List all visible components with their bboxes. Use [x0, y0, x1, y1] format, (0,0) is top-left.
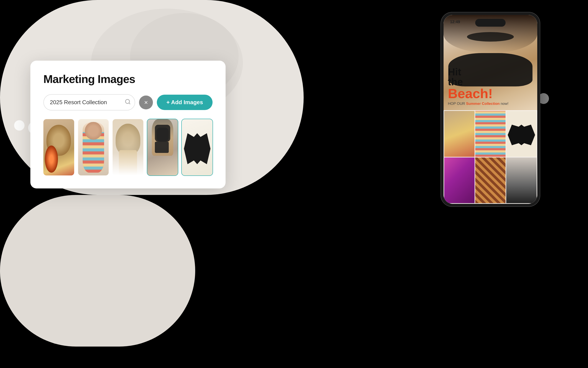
phone-the-text: the [448, 77, 508, 87]
phone-grid-item-purse [444, 157, 474, 203]
clear-icon: × [144, 99, 148, 106]
cloud-shape-medium [0, 195, 195, 347]
phone-hero-section: Hit the Beach! HOP OUR Summer Collection… [443, 15, 537, 110]
phone-grid-item-sandals [506, 157, 537, 203]
clear-search-button[interactable]: × [139, 95, 153, 109]
search-icon [125, 99, 131, 106]
phone-hit-text: Hit [448, 67, 508, 77]
search-container [43, 94, 135, 110]
phone-beach-text: Beach! [448, 87, 508, 100]
phone-shop-prefix: HOP OUR [448, 101, 466, 106]
phone-grid-item-papaya [444, 111, 474, 157]
phone-status-time: 12:49 [450, 20, 460, 24]
phone-shop-suffix: now! [500, 101, 509, 106]
decorative-dot-1 [14, 120, 25, 131]
svg-line-1 [129, 103, 130, 104]
phone-grid-item-sunglasses [506, 111, 537, 157]
phone-grid-section [443, 110, 537, 204]
search-input[interactable] [43, 94, 135, 110]
phone-hero-text-container: Hit the Beach! HOP OUR Summer Collection… [448, 67, 508, 106]
image-card-hat-papaya[interactable] [43, 119, 74, 175]
phone-shop-text: HOP OUR Summer Collection now! [448, 101, 508, 106]
phone-notch [475, 19, 506, 27]
phone-shop-summer: Summer Collection [466, 101, 500, 106]
marketing-images-panel: Marketing Images × + Add Images [30, 61, 226, 188]
search-row: × + Add Images [43, 94, 212, 110]
image-card-bikini-woman[interactable] [147, 119, 178, 175]
add-images-button[interactable]: + Add Images [157, 95, 212, 110]
phone-grid-item-striped [475, 111, 506, 157]
image-card-striped-woman[interactable] [78, 119, 109, 175]
phone-grid-item-pattern [475, 157, 506, 203]
phone-mockup: 12:49 Hit the Beach! HOP OUR Summer Co [441, 12, 540, 207]
image-card-sunglasses[interactable] [182, 119, 212, 175]
image-grid [43, 119, 212, 175]
phone-screen: 12:49 Hit the Beach! HOP OUR Summer Co [443, 15, 537, 204]
image-card-hat-woman[interactable] [113, 119, 143, 175]
panel-title: Marketing Images [43, 73, 212, 86]
